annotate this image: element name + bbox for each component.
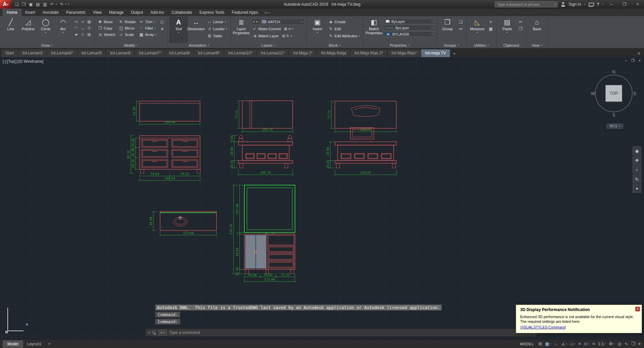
dimension-label[interactable]: 173.48 xyxy=(183,231,194,235)
ribbon-display-icon[interactable]: ▭ xyxy=(264,11,267,14)
search-input[interactable] xyxy=(495,1,558,7)
dimension-label[interactable]: 174.74 xyxy=(230,224,233,235)
dimension-label[interactable]: 29.36 xyxy=(132,138,135,147)
doc-minimize-icon[interactable]: – xyxy=(625,58,627,63)
dimension-label[interactable]: 45.63 xyxy=(236,248,239,256)
dimension-label[interactable]: 16.10 xyxy=(230,160,234,169)
redo-dropdown-icon[interactable]: ▾ xyxy=(65,3,67,6)
scale-button[interactable]: ▱Scale xyxy=(118,31,137,38)
array-button[interactable]: ▦Array▾ xyxy=(138,31,157,38)
region-icon[interactable]: ▰ xyxy=(73,31,80,38)
object-snap-toggle[interactable]: ⊙▾ xyxy=(584,341,589,346)
tab-addins[interactable]: Add-ins xyxy=(147,9,168,16)
mirror-button[interactable]: ◫Mirror xyxy=(118,25,137,31)
cut-button[interactable]: ✂ xyxy=(517,18,524,25)
dimension-label[interactable]: 21.48 xyxy=(133,107,136,116)
command-prompt[interactable]: >▾ xyxy=(158,330,166,335)
dimension-label[interactable]: 29.84 xyxy=(230,147,234,156)
isolate-objects[interactable]: ◎ xyxy=(618,341,622,346)
fillet-button[interactable]: ◜Fillet▾ xyxy=(138,25,157,31)
layer-tool-icon[interactable]: ▧ xyxy=(282,34,285,38)
layer-dropdown-icon[interactable]: ▾ xyxy=(301,20,303,23)
tab-parametric[interactable]: Parametric xyxy=(62,9,89,16)
workspace-switching[interactable]: ⚙▾ xyxy=(609,341,614,346)
dimension-label[interactable]: 29.84 xyxy=(326,147,330,156)
stretch-button[interactable]: ⇲Stretch xyxy=(97,31,116,38)
dimension-label[interactable]: 9.94 xyxy=(230,135,234,142)
pan-icon[interactable]: ✥ xyxy=(633,156,641,165)
close-button[interactable]: × xyxy=(633,2,643,7)
edit-block-button[interactable]: ✎Edit xyxy=(328,26,361,32)
id-point-button[interactable]: ⌖ xyxy=(487,18,494,25)
command-input[interactable] xyxy=(169,330,531,335)
undo-icon[interactable]: ↶ xyxy=(49,2,55,7)
file-tab[interactable]: Int-Lemari8 xyxy=(165,49,194,57)
dimension-label[interactable]: 16.10 xyxy=(326,160,330,169)
dimension-label[interactable]: 29.36 xyxy=(132,159,135,168)
copy-clip-button[interactable]: ❐ xyxy=(517,26,524,32)
groups-panel-label[interactable]: Groups▾ xyxy=(437,42,465,48)
furniture-top-view-1[interactable]: 150.74 21.48 xyxy=(133,101,200,126)
dimension-label[interactable]: 71.12 xyxy=(235,110,238,119)
orbit-icon[interactable]: ↻ xyxy=(633,175,641,183)
make-current-button[interactable]: ✓Make Current ▦⇄◐ xyxy=(251,26,304,32)
file-tab-start[interactable]: Start xyxy=(1,49,18,57)
sign-in-button[interactable]: Sign In xyxy=(568,2,581,7)
help-dropdown-icon[interactable]: ▾ xyxy=(602,3,603,6)
new-layout-button[interactable]: + xyxy=(45,340,53,348)
polyline-button[interactable]: ◿Polyline xyxy=(19,17,37,42)
dimension-label[interactable]: 44.98 xyxy=(248,273,257,276)
utilities-panel-label[interactable]: Utilities▾ xyxy=(467,42,495,48)
file-tab[interactable]: Int-Meja Rias 2* xyxy=(350,49,387,57)
model-space-indicator[interactable]: MODEL xyxy=(520,342,534,346)
file-tab[interactable]: Int-Lemari9* xyxy=(194,49,224,57)
customization-menu[interactable]: ≡ xyxy=(638,341,641,346)
furniture-drawer-top-view[interactable]: 173.48 44.98 xyxy=(149,212,216,236)
model-space[interactable]: 150.74 21.48 160.74 71.12 xyxy=(0,57,644,339)
navbar-menu-icon[interactable]: ▾ xyxy=(633,184,641,193)
tab-annotate[interactable]: Annotate xyxy=(39,9,62,16)
minimize-button[interactable]: – xyxy=(606,2,616,7)
polar-tracking-toggle[interactable]: ∠▾ xyxy=(561,341,567,346)
point-icon[interactable]: ⊙ xyxy=(86,25,92,31)
view-panel-label[interactable]: View▾ xyxy=(527,42,547,48)
ortho-toggle[interactable]: ∟ xyxy=(554,341,558,346)
qat-customize-icon[interactable]: ▾ xyxy=(68,3,69,6)
copy-button[interactable]: ❐Copy xyxy=(97,25,116,31)
dimension-label[interactable]: 74.21 xyxy=(181,172,189,176)
move-button[interactable]: ✥Move xyxy=(97,18,116,25)
file-tab[interactable]: Int-Meja Kerja xyxy=(317,49,351,57)
furniture-top-view-2[interactable]: 160.74 71.12 xyxy=(235,101,293,133)
dimension-label[interactable]: 29.36 xyxy=(132,148,135,157)
grid-toggle[interactable]: ⊞ xyxy=(538,341,542,346)
redo-icon[interactable]: ↷ xyxy=(58,2,65,7)
match-layer-button[interactable]: ⇉Match Layer ▧⇅◑ xyxy=(251,33,304,39)
file-tab[interactable]: Int-Lemari4* xyxy=(47,49,77,57)
properties-panel-label[interactable]: Properties▾ xyxy=(364,42,436,48)
match-properties-button[interactable]: ◧Match Properties xyxy=(365,17,383,42)
lineweight-toggle[interactable]: ≡ xyxy=(592,341,595,346)
layers-panel-label[interactable]: Layers▾ xyxy=(231,42,306,48)
dimension-label[interactable]: 71.12 xyxy=(328,110,331,119)
base-button[interactable]: ⌂Base xyxy=(528,17,546,42)
measure-button[interactable]: ◺Measure▾ xyxy=(468,17,486,42)
command-close-icon[interactable]: × xyxy=(148,331,150,335)
rotate-button[interactable]: ↻Rotate xyxy=(118,18,137,25)
tab-view[interactable]: View xyxy=(89,9,105,16)
viewcube[interactable]: N S W E TOP xyxy=(590,70,637,117)
dimension-label[interactable]: 12.74 xyxy=(236,267,239,276)
file-tab[interactable]: Int-Lemari6 xyxy=(106,49,135,57)
linear-button[interactable]: ↔Linear▾ xyxy=(206,18,228,25)
app-menu-button[interactable]: A▾ xyxy=(0,0,11,9)
ribbon-display-dropdown-icon[interactable]: ▾ xyxy=(268,11,270,14)
furniture-console-tv-elevation[interactable]: 29.84 16.10 150.04 xyxy=(326,128,396,176)
compass-west[interactable]: W xyxy=(591,91,595,96)
tab-insert[interactable]: Insert xyxy=(21,9,39,16)
command-line[interactable]: × >▾ ▴ xyxy=(145,329,537,337)
layer-tool-icon[interactable]: ◑ xyxy=(290,34,292,38)
dimension-label[interactable]: 173.48 xyxy=(264,278,275,281)
layer-thaw-icon[interactable]: ● xyxy=(256,20,258,23)
dimension-label[interactable]: 45.84 xyxy=(264,273,273,276)
ellipse-icon[interactable]: ▱ xyxy=(80,18,86,25)
line-button[interactable]: ╱Line xyxy=(2,17,19,42)
